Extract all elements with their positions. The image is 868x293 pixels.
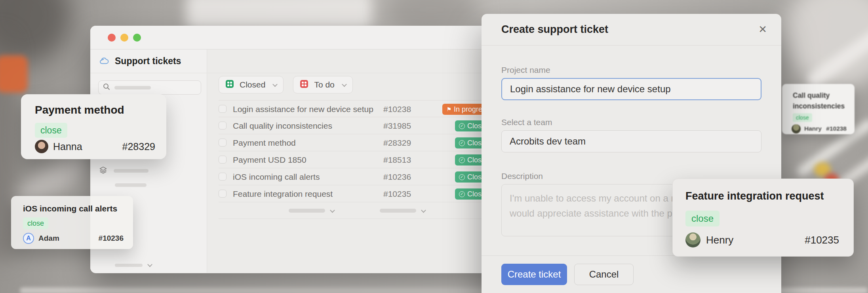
row-checkbox[interactable] <box>219 173 227 181</box>
ticket-number: #10236 <box>99 234 124 243</box>
chevron-down-icon <box>273 82 278 87</box>
ticket-preview-card-payment-method[interactable]: Payment method close Hanna #28329 <box>21 94 166 159</box>
search-input[interactable] <box>98 80 201 95</box>
search-icon <box>103 83 110 92</box>
table-row[interactable]: Call quality inconsistencies #31985 ✓ Cl… <box>219 117 493 134</box>
close-status-badge: close <box>35 123 67 138</box>
avatar <box>685 232 700 247</box>
ticket-number: #28329 <box>383 138 411 148</box>
skeleton-bar <box>289 209 325 213</box>
footer-dropdown-skeleton[interactable] <box>380 209 425 213</box>
check-icon: ✓ <box>459 157 465 163</box>
background-ticket-card: Call quality inconsistencies close Hanry… <box>782 84 855 134</box>
close-status-badge: close <box>793 113 812 122</box>
tickets-table: Login assistance for new device setup #1… <box>219 100 493 219</box>
assignee-name: Hanry <box>804 125 822 132</box>
ticket-title: Payment method <box>233 138 296 148</box>
skeleton-bar <box>380 209 416 213</box>
ticket-card-title: Feature integration request <box>685 190 824 202</box>
chevron-down-icon <box>342 82 347 87</box>
assignee-name: Hanna <box>53 141 82 152</box>
team-select-field[interactable] <box>501 130 761 152</box>
sidebar-item[interactable] <box>115 183 147 187</box>
ticket-number: #10238 <box>826 125 847 132</box>
table-row[interactable]: Payment method #28329 ✓ Closed <box>219 134 493 151</box>
ticket-number: #31985 <box>383 121 411 131</box>
table-row[interactable]: Login assistance for new device setup #1… <box>219 100 493 117</box>
ticket-card-title: Payment method <box>35 104 124 116</box>
zoom-window-button[interactable] <box>133 34 141 42</box>
layers-icon <box>99 166 107 176</box>
sidebar-item[interactable] <box>99 166 148 176</box>
project-name-label: Project name <box>501 65 550 75</box>
close-window-button[interactable] <box>108 34 116 42</box>
ticket-card-title: Call quality inconsistencies <box>793 90 844 112</box>
table-row[interactable]: iOS incoming call alerts #10236 ✓ Closed <box>219 168 493 185</box>
pin-icon: ⚑ <box>446 106 451 112</box>
page-title: Support tickets <box>115 56 181 67</box>
filter-label: To do <box>314 80 334 89</box>
row-checkbox[interactable] <box>219 105 227 113</box>
cancel-button[interactable]: Cancel <box>574 264 634 285</box>
ticket-title: Feature integration request <box>233 189 333 199</box>
ticket-title: Call quality inconsistencies <box>233 121 332 131</box>
ticket-card-title: iOS incoming call alerts <box>23 204 117 213</box>
close-icon[interactable]: ✕ <box>758 23 767 36</box>
assignee-name: Adam <box>38 234 59 243</box>
ticket-number: #10236 <box>383 172 411 182</box>
footer-dropdown-skeleton[interactable] <box>289 209 334 213</box>
minimize-window-button[interactable] <box>120 34 128 42</box>
sidebar-item-skeleton <box>115 264 143 267</box>
assignee-row: A Adam #10236 <box>23 232 124 244</box>
filter-todo-dropdown[interactable]: To do <box>293 76 352 93</box>
check-icon: ✓ <box>459 123 465 129</box>
ticket-title: Login assistance for new device setup <box>233 105 373 114</box>
sidebar-item-skeleton <box>114 169 148 173</box>
modal-header: Create support ticket ✕ <box>482 14 781 46</box>
chevron-down-icon <box>421 207 426 213</box>
modal-title: Create support ticket <box>501 23 608 36</box>
desktop-background: Call quality inconsistencies close Hanry… <box>0 0 868 293</box>
check-icon: ✓ <box>459 174 465 180</box>
grid-green-icon <box>225 80 234 90</box>
avatar <box>35 140 48 153</box>
ticket-preview-card-feature-request[interactable]: Feature integration request close Henry … <box>672 179 854 257</box>
row-checkbox[interactable] <box>219 139 227 146</box>
cloud-logo-icon <box>99 56 109 67</box>
filter-label: Closed <box>240 80 265 89</box>
filter-bar: Closed To do <box>219 76 353 93</box>
table-row[interactable]: Feature integration request #10235 ✓ Clo… <box>219 185 493 202</box>
ticket-number: #18513 <box>383 155 411 165</box>
ticket-number: #10235 <box>805 234 839 246</box>
close-status-badge: close <box>685 211 720 226</box>
assignee-name: Henry <box>706 234 733 246</box>
app-header-left: Support tickets <box>90 49 207 73</box>
sidebar-footer-dropdown[interactable] <box>115 263 152 267</box>
bg-blur-blob <box>0 55 28 93</box>
assignee-row: Henry #10235 <box>685 232 839 248</box>
description-label: Description <box>501 171 543 181</box>
table-footer-skeleton-row <box>219 202 493 219</box>
ticket-title: Payment USD 1850 <box>233 155 306 165</box>
close-status-badge: close <box>23 217 48 229</box>
project-name-field[interactable] <box>501 78 761 100</box>
chevron-down-icon <box>147 262 152 267</box>
avatar-letter: A <box>23 233 34 244</box>
chevron-down-icon <box>330 207 335 213</box>
ticket-number: #10235 <box>383 189 411 199</box>
row-checkbox[interactable] <box>219 122 227 129</box>
filter-closed-dropdown[interactable]: Closed <box>219 76 284 93</box>
assignee-row: Hanry #10238 <box>792 124 847 133</box>
team-label: Select a team <box>501 118 552 127</box>
ticket-title: iOS incoming call alerts <box>233 172 320 182</box>
ticket-number: #10238 <box>383 105 411 114</box>
row-checkbox[interactable] <box>219 156 227 164</box>
row-checkbox[interactable] <box>219 190 227 198</box>
search-placeholder-skeleton <box>114 86 151 89</box>
create-ticket-button[interactable]: Create ticket <box>501 264 567 285</box>
sidebar-item-skeleton <box>115 183 147 187</box>
ticket-number: #28329 <box>122 141 155 152</box>
ticket-preview-card-ios-alerts[interactable]: iOS incoming call alerts close A Adam #1… <box>11 196 133 249</box>
table-row[interactable]: Payment USD 1850 #18513 ✓ Closed <box>219 151 493 168</box>
avatar <box>792 124 801 133</box>
